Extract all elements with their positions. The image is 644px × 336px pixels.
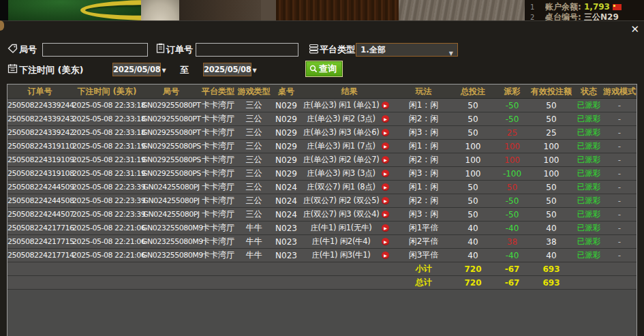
status-cell: 已派彩 bbox=[575, 168, 602, 179]
table-row[interactable]: 250508224217716 2025-05-08 22:21:06 GN02… bbox=[7, 222, 637, 235]
table-row[interactable]: 250508224339244 2025-05-08 22:33:18 GN02… bbox=[7, 99, 637, 112]
bet-history-table: 订单号 下注时间 (美东) 局号 平台类型 游戏类型 桌号 结果 玩法 总投注 … bbox=[7, 84, 637, 336]
platform-type-select[interactable]: 1.全部 ▼ bbox=[356, 43, 458, 57]
payout-cell: -40 bbox=[497, 224, 527, 233]
play-video-icon[interactable]: ▶ bbox=[382, 238, 389, 245]
valid-bet-cell: 100 bbox=[527, 169, 575, 179]
order-no-cell: 250508224339243 bbox=[7, 114, 72, 123]
play-video-icon[interactable]: ▶ bbox=[382, 183, 389, 191]
total-bet-cell: 50 bbox=[449, 128, 497, 138]
table-row[interactable]: 250508224244508 2025-05-08 22:23:39 GN02… bbox=[7, 194, 637, 208]
table-row[interactable]: 250508224217714 2025-05-08 22:21:06 GN02… bbox=[7, 249, 637, 262]
table-number-value: 三公N29 bbox=[584, 12, 619, 20]
platform-cell: 卡卡湾厅 bbox=[200, 168, 236, 179]
result-text: 庄(单公3) 闲2 (单公7) bbox=[301, 155, 382, 165]
play-video-icon[interactable]: ▶ bbox=[382, 224, 389, 232]
result-text: 庄(单公3) 闲1 (单公1) bbox=[301, 100, 382, 110]
total-bet-cell: 40 bbox=[449, 251, 497, 260]
total-bet-cell: 100 bbox=[449, 169, 497, 179]
table-row[interactable]: 250508224319110 2025-05-08 22:31:19 GN02… bbox=[7, 140, 637, 153]
platform-cell: 卡卡湾厅 bbox=[200, 222, 236, 234]
payout-cell: -50 bbox=[497, 101, 527, 110]
bet-history-modal: ✕ 局号 订单号 平台类型 1.全部 ▼ 下注时间 (美东) 2025/05/0… bbox=[0, 20, 644, 336]
play-video-icon[interactable]: ▶ bbox=[382, 115, 389, 123]
platform-type-value: 1.全部 bbox=[361, 45, 386, 55]
subtotal-total-bet: 720 bbox=[449, 264, 497, 274]
game-type-cell: 三公 bbox=[236, 140, 272, 152]
play-video-icon[interactable]: ▶ bbox=[382, 197, 389, 204]
date-to-picker[interactable]: 2025/05/08▼ bbox=[203, 63, 251, 76]
table-body: 250508224339244 2025-05-08 22:33:18 GN02… bbox=[7, 99, 637, 262]
platform-cell: 卡卡湾厅 bbox=[200, 195, 236, 207]
payout-cell: 25 bbox=[497, 128, 527, 138]
col-platform: 平台类型 bbox=[200, 86, 236, 97]
play-video-icon[interactable]: ▶ bbox=[382, 102, 389, 109]
game-type-cell: 三公 bbox=[236, 113, 272, 125]
result-cell: 庄(单公3) 闲3 (单公6) ▶ bbox=[301, 127, 398, 138]
result-text: 庄(单公3) 闲3 (单公6) bbox=[301, 127, 382, 138]
status-cell: 已派彩 bbox=[575, 223, 602, 233]
platform-cell: 卡卡湾厅 bbox=[200, 140, 236, 152]
total-total-bet: 720 bbox=[449, 278, 497, 288]
total-valid-bet: 693 bbox=[527, 278, 575, 288]
bg-wood-dark bbox=[179, 0, 261, 20]
valid-bet-cell: 50 bbox=[527, 183, 575, 192]
total-bet-cell: 50 bbox=[449, 114, 497, 124]
valid-bet-cell: 50 bbox=[527, 210, 575, 219]
close-icon[interactable]: ✕ bbox=[630, 25, 639, 35]
game-no-cell: GN024255080PJ bbox=[142, 210, 200, 219]
query-button[interactable]: 查询 bbox=[306, 61, 342, 76]
play-video-icon[interactable]: ▶ bbox=[382, 211, 389, 218]
date-to-value: 2025/05/08 bbox=[204, 65, 251, 74]
table-row[interactable]: 250508224339242 2025-05-08 22:33:18 GN02… bbox=[7, 126, 637, 140]
game-mode-cell: - bbox=[602, 101, 637, 110]
order-no-input[interactable] bbox=[196, 43, 298, 57]
play-video-icon[interactable]: ▶ bbox=[382, 251, 389, 259]
table-row[interactable]: 250508224319109 2025-05-08 22:31:19 GN02… bbox=[7, 153, 637, 167]
total-bet-cell: 50 bbox=[449, 210, 497, 219]
game-mode-cell: - bbox=[602, 169, 637, 179]
subtotal-valid-bet: 693 bbox=[527, 264, 575, 274]
game-mode-cell: - bbox=[602, 251, 637, 260]
table-row[interactable]: 250508224244509 2025-05-08 22:23:39 GN02… bbox=[7, 181, 637, 194]
platform-cell: 卡卡湾厅 bbox=[200, 181, 236, 193]
date-from-picker[interactable]: 2025/05/08▼ bbox=[112, 63, 161, 76]
bet-time-cell: 2025-05-08 22:33:18 bbox=[72, 114, 142, 123]
table-no-cell: N029 bbox=[272, 114, 301, 124]
result-cell: 庄(牛1) 闲3(牛1) ▶ bbox=[301, 250, 398, 260]
play-video-icon[interactable]: ▶ bbox=[382, 142, 389, 150]
chevron-down-icon: ▼ bbox=[449, 48, 453, 60]
result-text: 庄(单公3) 闲3 (3点) bbox=[301, 168, 382, 179]
casino-background: 1 2 账户余额: 1,793 桌台编号: 三公N29 bbox=[0, 0, 644, 20]
order-no-cell: 250508224339242 bbox=[7, 128, 72, 137]
order-no-cell: 250508224244507 bbox=[7, 210, 72, 219]
payout-cell: 100 bbox=[497, 142, 527, 151]
bet-time-cell: 2025-05-08 22:21:06 bbox=[72, 224, 142, 232]
game-no-input[interactable] bbox=[42, 43, 148, 57]
table-row[interactable]: 250508224217715 2025-05-08 22:21:06 GN02… bbox=[7, 235, 637, 249]
table-row[interactable]: 250508224244507 2025-05-08 22:23:39 GN02… bbox=[7, 208, 637, 222]
col-status: 状态 bbox=[575, 86, 602, 97]
valid-bet-cell: 50 bbox=[527, 101, 575, 110]
order-no-label: 订单号 bbox=[166, 44, 193, 56]
result-text: 庄(牛1) 闲1(无牛) bbox=[301, 223, 382, 233]
platform-type-label: 平台类型 bbox=[320, 44, 355, 56]
play-video-icon[interactable]: ▶ bbox=[382, 170, 389, 177]
search-icon bbox=[309, 65, 318, 73]
play-video-icon[interactable]: ▶ bbox=[382, 156, 389, 164]
table-no-cell: N029 bbox=[272, 128, 301, 138]
table-row[interactable]: 250508224319108 2025-05-08 22:31:19 GN02… bbox=[7, 167, 637, 181]
col-total-bet: 总投注 bbox=[449, 86, 497, 97]
subtotal-label: 小计 bbox=[398, 263, 449, 275]
total-bet-cell: 100 bbox=[449, 142, 497, 151]
platform-cell: 卡卡湾厅 bbox=[200, 209, 236, 220]
total-bet-cell: 50 bbox=[449, 183, 497, 192]
order-no-cell: 250508224244508 bbox=[7, 196, 72, 205]
table-row[interactable]: 250508224339243 2025-05-08 22:33:18 GN02… bbox=[7, 112, 637, 126]
game-mode-cell: - bbox=[602, 142, 637, 151]
game-mode-cell: - bbox=[602, 128, 637, 138]
valid-bet-cell: 25 bbox=[527, 128, 575, 138]
payout-cell: 100 bbox=[497, 155, 527, 165]
play-video-icon[interactable]: ▶ bbox=[382, 129, 389, 136]
status-cell: 已派彩 bbox=[575, 127, 602, 138]
